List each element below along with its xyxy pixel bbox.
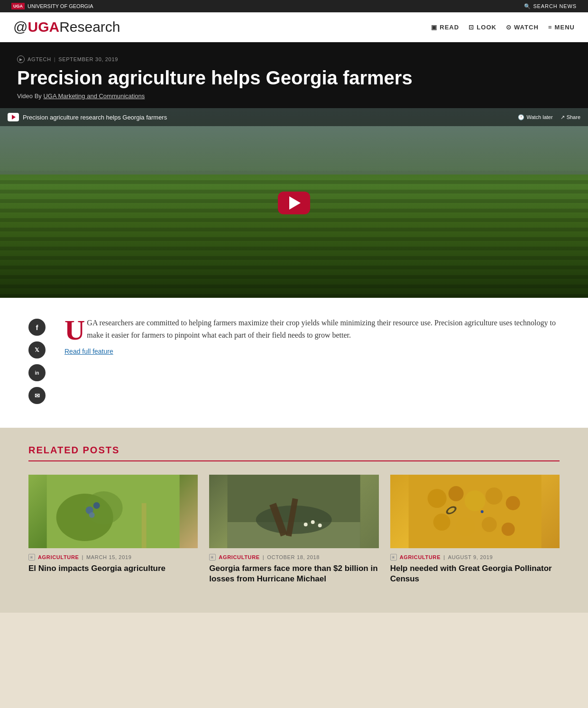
- hero-category: AGTECH: [28, 56, 51, 62]
- card-category-2: AGRICULTURE: [219, 554, 260, 560]
- share-icon: ↗: [560, 114, 565, 120]
- read-icon: ▣: [431, 24, 437, 31]
- linkedin-share-button[interactable]: in: [28, 364, 46, 381]
- linkedin-icon: in: [35, 370, 39, 376]
- facebook-share-button[interactable]: f: [28, 319, 46, 336]
- share-label: Share: [567, 114, 580, 120]
- card-date-2: |: [263, 554, 265, 560]
- menu-icon: ≡: [548, 24, 552, 31]
- card-title-3: Help needed with Great Georgia Pollinato…: [390, 563, 560, 584]
- brand-research: Research: [59, 19, 120, 35]
- drop-cap: U: [64, 320, 85, 341]
- search-news-button[interactable]: 🔍 SEARCH NEWS: [524, 3, 577, 9]
- nav-read[interactable]: ▣ READ: [431, 24, 459, 31]
- card-meta-1: ▣ AGRICULTURE | MARCH 15, 2019: [28, 554, 198, 561]
- related-card-2[interactable]: ▣ AGRICULTURE | OCTOBER 18, 2018 Georgia…: [209, 475, 378, 584]
- nav-menu-label: MENU: [555, 24, 575, 31]
- nav-read-label: READ: [440, 24, 459, 31]
- svg-point-12: [304, 523, 308, 526]
- top-bar: UGA UNIVERSITY OF GEORGIA 🔍 SEARCH NEWS: [0, 0, 588, 12]
- svg-point-13: [311, 520, 315, 524]
- hero-section: ▶ AGTECH | SEPTEMBER 30, 2019 Precision …: [0, 42, 588, 298]
- svg-point-4: [93, 502, 100, 509]
- uga-logo-box: UGA: [11, 3, 25, 9]
- facebook-icon: f: [36, 323, 38, 331]
- card-category-3: AGRICULTURE: [400, 554, 441, 560]
- related-card-1[interactable]: ▣ AGRICULTURE | MARCH 15, 2019 El Nino i…: [28, 475, 198, 584]
- video-top-bar: Precision agriculture research helps Geo…: [0, 108, 588, 126]
- svg-point-14: [318, 524, 322, 527]
- svg-point-19: [485, 487, 502, 505]
- card-date-text-3: AUGUST 9, 2019: [448, 554, 493, 560]
- card-category-1: AGRICULTURE: [38, 554, 79, 560]
- card-date-text-1: MARCH 15, 2019: [86, 554, 131, 560]
- card-meta-3: ▣ AGRICULTURE | AUGUST 9, 2019: [390, 554, 560, 561]
- svg-point-16: [427, 489, 446, 508]
- related-heading: RELATED POSTS: [28, 445, 560, 461]
- card-date-1: |: [82, 554, 84, 560]
- svg-point-21: [433, 514, 450, 531]
- watch-icon: ⊙: [506, 24, 512, 31]
- card-title-1: El Nino impacts Georgia agriculture: [28, 563, 198, 574]
- watch-later-button[interactable]: 🕐 Watch later: [518, 114, 552, 120]
- email-share-button[interactable]: ✉: [28, 387, 46, 404]
- svg-point-17: [448, 486, 463, 501]
- social-icons: f 𝕏 in ✉: [28, 317, 46, 404]
- twitter-icon: 𝕏: [35, 347, 39, 353]
- university-logo: UGA UNIVERSITY OF GEORGIA: [11, 3, 93, 9]
- brand-logo[interactable]: @UGAResearch: [13, 19, 120, 35]
- nav-look[interactable]: ⊡ LOOK: [469, 24, 496, 31]
- byline-prefix: Video By: [17, 92, 42, 100]
- card-title-2: Georgia farmers face more than $2 billio…: [209, 563, 378, 584]
- hero-meta: ▶ AGTECH | SEPTEMBER 30, 2019: [17, 55, 571, 63]
- svg-rect-15: [408, 475, 541, 548]
- svg-point-22: [456, 517, 475, 536]
- main-header: @UGAResearch ▣ READ ⊡ LOOK ⊙ WATCH ≡ MEN…: [0, 12, 588, 42]
- svg-rect-6: [142, 503, 147, 548]
- svg-point-23: [481, 517, 496, 532]
- article-body-text: GA researchers are committed to helping …: [87, 319, 556, 339]
- card-image-2: [209, 475, 378, 548]
- share-button[interactable]: ↗ Share: [560, 114, 580, 120]
- svg-point-27: [480, 510, 483, 513]
- card-meta-2: ▣ AGRICULTURE | OCTOBER 18, 2018: [209, 554, 378, 561]
- video-title-bar: Precision agriculture research helps Geo…: [8, 113, 167, 121]
- video-controls: 🕐 Watch later ↗ Share: [518, 114, 580, 120]
- video-embed: Precision agriculture research helps Geo…: [0, 108, 588, 298]
- read-full-feature-link[interactable]: Read full feature: [64, 348, 113, 355]
- search-label: SEARCH NEWS: [533, 3, 577, 9]
- twitter-share-button[interactable]: 𝕏: [28, 341, 46, 359]
- main-nav: ▣ READ ⊡ LOOK ⊙ WATCH ≡ MENU: [431, 24, 575, 31]
- card-image-1: [28, 475, 198, 548]
- related-posts-section: RELATED POSTS ▣ AGRICULTURE |: [0, 428, 588, 613]
- svg-point-18: [464, 490, 485, 511]
- video-thumbnail: Precision agriculture research helps Geo…: [0, 108, 588, 298]
- card-icon-3: ▣: [390, 554, 397, 561]
- separator: |: [54, 56, 56, 62]
- article-body: f 𝕏 in ✉ U GA researchers are committed …: [0, 298, 588, 428]
- youtube-logo: [8, 113, 19, 121]
- look-icon: ⊡: [469, 24, 474, 31]
- hero-title: Precision agriculture helps Georgia farm…: [17, 67, 571, 89]
- byline-link[interactable]: UGA Marketing and Communications: [43, 92, 145, 100]
- card-icon-1: ▣: [28, 554, 35, 561]
- nav-watch[interactable]: ⊙ WATCH: [506, 24, 539, 31]
- card-image-3: [390, 475, 560, 548]
- play-button[interactable]: [278, 192, 310, 214]
- related-grid: ▣ AGRICULTURE | MARCH 15, 2019 El Nino i…: [28, 475, 560, 584]
- watch-later-label: Watch later: [526, 114, 552, 120]
- nav-menu[interactable]: ≡ MENU: [548, 24, 575, 31]
- nav-look-label: LOOK: [477, 24, 496, 31]
- hero-byline: Video By UGA Marketing and Communication…: [17, 92, 571, 100]
- video-title: Precision agriculture research helps Geo…: [23, 114, 167, 121]
- svg-point-24: [501, 523, 514, 536]
- article-text-block: U GA researchers are committed to helpin…: [64, 317, 560, 404]
- svg-point-5: [89, 512, 95, 518]
- nav-watch-label: WATCH: [514, 24, 539, 31]
- card-icon-2: ▣: [209, 554, 216, 561]
- hero-date: SEPTEMBER 30, 2019: [58, 56, 118, 62]
- related-card-3[interactable]: ▣ AGRICULTURE | AUGUST 9, 2019 Help need…: [390, 475, 560, 584]
- brand-uga: UGA: [28, 19, 59, 35]
- brand-at: @: [13, 19, 28, 35]
- card-date-3: |: [443, 554, 445, 560]
